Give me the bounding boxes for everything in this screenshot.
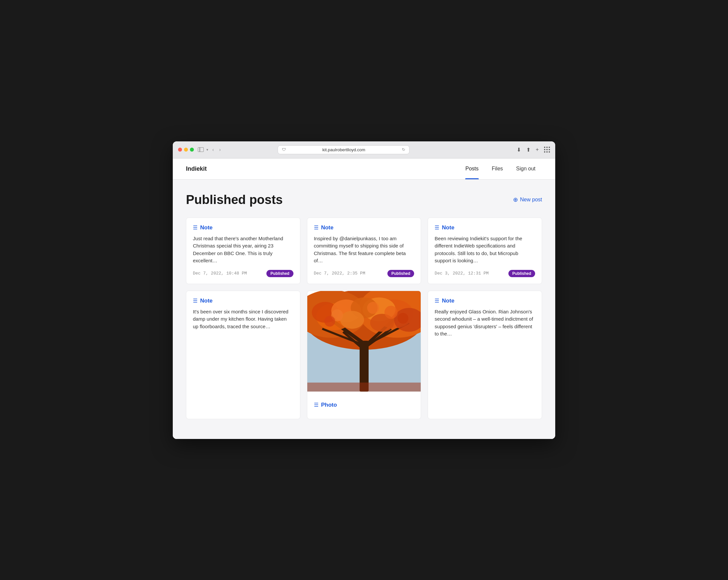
plus-icon: ⊕	[513, 196, 518, 203]
new-post-button[interactable]: ⊕ New post	[513, 196, 542, 203]
minimize-button[interactable]	[184, 148, 188, 151]
post-footer: Dec 7, 2022, 2:35 PM Published	[314, 270, 414, 277]
page-content: Indiekit Posts Files Sign out Published …	[173, 159, 555, 439]
page-title: Published posts	[186, 193, 283, 207]
post-date: Dec 3, 2022, 12:31 PM	[435, 271, 489, 276]
grid-icon	[544, 147, 550, 153]
svg-point-23	[385, 305, 398, 319]
post-type-header: ☰ Note	[435, 224, 535, 231]
post-excerpt: Really enjoyed Glass Onion. Rian Johnson…	[435, 308, 535, 407]
posts-grid: ☰ Note Just read that there's another Mo…	[186, 218, 542, 419]
tab-overview-button[interactable]	[544, 147, 550, 153]
post-excerpt: Inspired by @danielpunkass, I too am com…	[314, 235, 414, 265]
nav-item-files[interactable]: Files	[485, 158, 510, 179]
post-date: Dec 7, 2022, 10:48 PM	[193, 271, 247, 276]
post-type-header: ☰ Note	[193, 298, 293, 304]
note-icon: ☰	[314, 224, 318, 231]
chevron-down-icon[interactable]: ▾	[206, 148, 208, 152]
post-excerpt: Just read that there's another Motherlan…	[193, 235, 293, 265]
forward-button[interactable]: ›	[218, 146, 222, 153]
nav-item-posts[interactable]: Posts	[459, 158, 485, 179]
address-bar[interactable]: 🛡 kit.paulrobertlloyd.com ↻	[278, 145, 410, 154]
browser-controls: ▾ ‹ ›	[198, 146, 222, 153]
post-footer: Dec 3, 2022, 12:31 PM Published	[435, 270, 535, 277]
photo-icon: ☰	[314, 402, 318, 408]
shield-icon: 🛡	[282, 147, 286, 152]
svg-point-24	[398, 313, 409, 324]
post-card[interactable]: ☰ Note Been reviewing Indiekit's support…	[427, 218, 542, 284]
note-icon: ☰	[193, 224, 198, 231]
nav-item-signout[interactable]: Sign out	[510, 158, 542, 179]
post-type-label: Note	[321, 224, 334, 231]
post-type-label: Photo	[321, 402, 337, 408]
main-content: Published posts ⊕ New post ☰ Note Just r…	[173, 179, 555, 439]
post-photo	[307, 291, 421, 396]
traffic-lights	[178, 148, 194, 151]
new-post-label: New post	[520, 197, 542, 203]
post-type-label: Note	[442, 224, 454, 231]
post-card[interactable]: ☰ Note Inspired by @danielpunkass, I too…	[307, 218, 421, 284]
browser-window: ▾ ‹ › 🛡 kit.paulrobertlloyd.com ↻ ⬇ ⬆ +	[173, 141, 555, 439]
photo-card-bottom: ☰ Photo	[307, 396, 421, 419]
svg-point-18	[340, 311, 364, 329]
site-header: Indiekit Posts Files Sign out	[173, 159, 555, 179]
download-button[interactable]: ⬇	[517, 147, 521, 153]
post-excerpt: Been reviewing Indiekit's support for th…	[435, 235, 535, 265]
post-excerpt: It's been over six months since I discov…	[193, 308, 293, 407]
post-date: Dec 7, 2022, 2:35 PM	[314, 271, 365, 276]
post-type-label: Note	[200, 298, 213, 304]
svg-rect-20	[307, 382, 421, 391]
note-icon: ☰	[435, 298, 439, 304]
page-header: Published posts ⊕ New post	[186, 193, 542, 207]
site-nav: Posts Files Sign out	[459, 158, 542, 179]
site-logo[interactable]: Indiekit	[186, 165, 207, 172]
post-type-header: ☰ Note	[314, 224, 414, 231]
post-type-header: ☰ Note	[435, 298, 535, 304]
status-badge: Published	[266, 270, 293, 277]
post-type-header: ☰ Note	[193, 224, 293, 231]
url-display: kit.paulrobertlloyd.com	[288, 147, 400, 152]
post-type-header: ☰ Photo	[314, 402, 414, 408]
back-button[interactable]: ‹	[211, 146, 215, 153]
post-card[interactable]: ☰ Note It's been over six months since I…	[186, 291, 301, 419]
status-badge: Published	[509, 270, 535, 277]
svg-point-22	[324, 316, 335, 327]
svg-point-25	[367, 302, 379, 314]
fullscreen-button[interactable]	[190, 148, 194, 151]
new-tab-button[interactable]: +	[536, 147, 539, 153]
post-card[interactable]: ☰ Note Really enjoyed Glass Onion. Rian …	[427, 291, 542, 419]
post-card[interactable]: ☰ Note Just read that there's another Mo…	[186, 218, 301, 284]
status-badge: Published	[387, 270, 414, 277]
browser-chrome: ▾ ‹ › 🛡 kit.paulrobertlloyd.com ↻ ⬇ ⬆ +	[173, 141, 555, 159]
post-type-label: Note	[442, 298, 454, 304]
share-button[interactable]: ⬆	[526, 147, 530, 153]
post-footer: Dec 7, 2022, 10:48 PM Published	[193, 270, 293, 277]
note-icon: ☰	[193, 298, 198, 304]
refresh-button[interactable]: ↻	[402, 147, 405, 152]
post-type-label: Note	[200, 224, 213, 231]
browser-actions: ⬇ ⬆ +	[517, 147, 550, 153]
sidebar-toggle-icon[interactable]	[198, 147, 204, 152]
post-card-photo[interactable]: ☰ Photo	[307, 291, 421, 419]
note-icon: ☰	[435, 224, 439, 231]
close-button[interactable]	[178, 148, 182, 151]
